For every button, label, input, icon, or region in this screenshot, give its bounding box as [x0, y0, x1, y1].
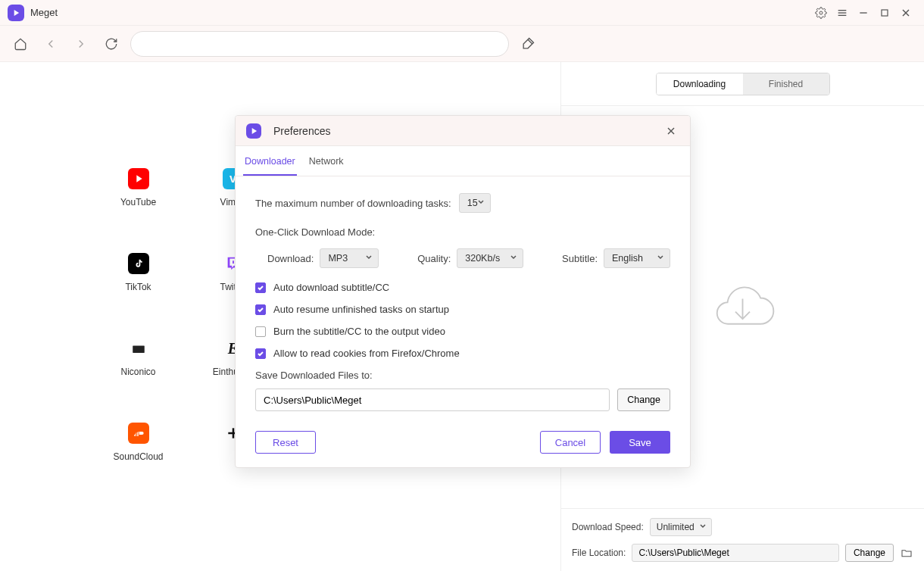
- tab-network[interactable]: Network: [307, 148, 345, 176]
- close-icon[interactable]: [663, 123, 679, 139]
- save-path-input[interactable]: [255, 388, 610, 411]
- speed-select[interactable]: Unlimited: [650, 518, 712, 536]
- site-label: Niconico: [120, 367, 155, 377]
- site-label: SoundCloud: [113, 451, 163, 462]
- checkbox-auto-resume[interactable]: [255, 304, 266, 315]
- chevron-down-icon: [657, 253, 664, 264]
- app-title: Meget: [30, 7, 58, 18]
- settings-icon[interactable]: [810, 2, 832, 23]
- back-button[interactable]: [39, 33, 62, 55]
- open-folder-icon[interactable]: [900, 546, 913, 560]
- site-tiktok[interactable]: TikTok: [91, 253, 186, 292]
- svg-point-0: [819, 11, 823, 14]
- preferences-dialog: Preferences Downloader Network The maxim…: [235, 115, 691, 468]
- empty-cloud-icon: [707, 276, 779, 339]
- speed-label: Download Speed:: [572, 522, 644, 532]
- chevron-down-icon: [699, 522, 707, 532]
- forward-button[interactable]: [70, 33, 92, 55]
- menu-icon[interactable]: [832, 2, 853, 23]
- app-icon: [8, 5, 24, 21]
- home-button[interactable]: [9, 33, 32, 55]
- site-niconico[interactable]: Niconico: [91, 338, 186, 377]
- max-tasks-label: The maximum number of downloading tasks:: [255, 198, 451, 209]
- quality-label: Quality:: [417, 253, 451, 264]
- subtitle-select[interactable]: English: [604, 248, 670, 268]
- save-to-label: Save Downloaded Files to:: [255, 370, 670, 381]
- titlebar: Meget: [0, 0, 924, 26]
- close-button[interactable]: [895, 2, 916, 23]
- app-icon: [246, 123, 261, 139]
- tab-downloading[interactable]: Downloading: [657, 73, 743, 95]
- tab-downloader[interactable]: Downloader: [243, 148, 297, 176]
- location-label: File Location:: [572, 548, 626, 558]
- save-path-change-button[interactable]: Change: [617, 388, 670, 411]
- site-label: TikTok: [125, 282, 151, 292]
- toolbar: [0, 26, 924, 62]
- location-change-button[interactable]: Change: [845, 544, 894, 562]
- site-soundcloud[interactable]: SoundCloud: [91, 423, 186, 462]
- max-tasks-select[interactable]: 15: [459, 193, 491, 213]
- chevron-down-icon: [510, 253, 517, 264]
- download-format-label: Download:: [267, 253, 314, 264]
- quality-select[interactable]: 320Kb/s: [457, 248, 523, 268]
- chevron-down-icon: [365, 253, 373, 264]
- reload-button[interactable]: [100, 33, 123, 55]
- chevron-down-icon: [477, 198, 485, 208]
- svg-rect-8: [133, 346, 144, 353]
- subtitle-lang-label: Subtitle:: [562, 253, 598, 264]
- url-input[interactable]: [130, 31, 509, 57]
- theme-icon[interactable]: [517, 33, 539, 55]
- minimize-button[interactable]: [853, 2, 874, 23]
- maximize-button[interactable]: [874, 2, 895, 23]
- checkbox-burn-subtitle[interactable]: [255, 326, 266, 337]
- dialog-title: Preferences: [273, 125, 330, 137]
- site-youtube[interactable]: YouTube: [91, 168, 186, 207]
- checkbox-auto-subtitle[interactable]: [255, 282, 266, 293]
- reset-button[interactable]: Reset: [255, 431, 316, 454]
- svg-rect-5: [882, 10, 888, 16]
- download-format-select[interactable]: MP3: [320, 248, 379, 268]
- cancel-button[interactable]: Cancel: [540, 431, 601, 454]
- downloads-segmented: Downloading Finished: [656, 73, 830, 95]
- checkbox-read-cookies[interactable]: [255, 348, 266, 359]
- save-button[interactable]: Save: [610, 431, 670, 454]
- tab-finished[interactable]: Finished: [743, 73, 829, 95]
- oneclick-label: One-Click Download Mode:: [255, 226, 670, 238]
- location-input[interactable]: [632, 544, 839, 562]
- site-label: YouTube: [120, 197, 156, 207]
